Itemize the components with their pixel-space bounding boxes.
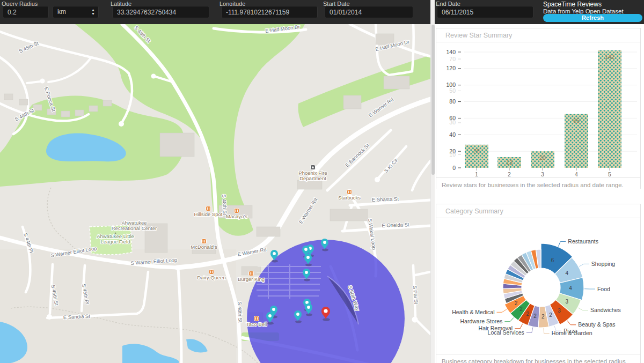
poi-label: League Field (101, 239, 130, 245)
restaurant-icon (254, 316, 259, 321)
category-donut-chart: 6Restaurants4Shopping4Food3Sandwiches3Be… (436, 217, 641, 354)
slice-value-label: 2 (519, 306, 523, 312)
review-star-summary-caption: Review stars for businesses in the selec… (436, 177, 640, 189)
scrollbar-thumb[interactable] (431, 25, 435, 175)
street-label: E Oneida St (382, 221, 409, 228)
slice-value-label: 2 (549, 312, 552, 318)
slice-value-label: 4 (569, 285, 572, 291)
category-summary-card: Category Summary 6Restaurants4Shopping4F… (436, 204, 641, 363)
y-axis-ghost-tick: 70 (449, 56, 456, 62)
y-axis-tick: 0 (452, 165, 456, 171)
review-star-summary-card: Review Star Summary 02040608010012014010… (436, 28, 641, 189)
slice-callout-label: Hair Removal (479, 325, 513, 331)
category-summary-caption: Business category breakdown for business… (436, 354, 640, 363)
slice-callout-label: Shopping (591, 261, 616, 267)
restaurant-icon (235, 209, 239, 213)
x-axis-tick: 3 (541, 171, 544, 177)
slice-value-label: 2 (515, 300, 518, 306)
slice-value-label: 3 (558, 308, 561, 314)
bar-value-label: 20 (539, 154, 546, 161)
y-axis-tick: 120 (446, 65, 456, 71)
start-date-input[interactable] (325, 6, 413, 18)
page-scrollbar[interactable] (430, 0, 435, 363)
end-date-input[interactable] (437, 6, 533, 18)
app-title: SpaceTime Reviews (543, 1, 602, 8)
restaurant-icon (206, 206, 211, 211)
x-axis-tick: 5 (608, 171, 611, 177)
slice-value-label: 4 (565, 270, 568, 276)
y-axis-ghost-tick: 50 (449, 87, 456, 94)
spacetime-reviews-app: S 45th StE Ponca StS 44th StS 48th StE H… (0, 0, 644, 363)
restaurant-icon (347, 190, 352, 195)
poi-label: Hillside Spot (194, 211, 223, 217)
refresh-button[interactable]: Refresh (543, 14, 642, 22)
bar-value-label: 65 (573, 117, 580, 124)
y-axis-ghost-tick: 10 (449, 151, 456, 158)
select-arrows-icon: ▲▼ (91, 8, 95, 16)
poi-label: Taco Bell (246, 321, 267, 327)
slice-callout-label: Beauty & Spas (578, 321, 615, 328)
unit-select-value: km (57, 8, 66, 16)
slice-callout-label: Sandwiches (590, 307, 621, 313)
review-star-bar-chart: 0204060801001201401030507028113220365414… (436, 40, 641, 177)
slice-value-label: 6 (551, 257, 554, 263)
slice-value-label: 2 (533, 313, 537, 319)
poi-label: Dairy Queen (197, 275, 225, 280)
query-toolbar: Query Radius km ▲▼ Latitude Longitude St… (0, 0, 644, 24)
slice-value-label: 2 (526, 311, 529, 317)
map[interactable]: S 45th StE Ponca StS 44th StS 48th StE H… (0, 24, 430, 363)
poi-label: Burger King (238, 276, 265, 282)
x-axis-tick: 4 (575, 171, 578, 177)
y-axis-tick: 40 (449, 131, 456, 138)
poi-label: Starbucks (338, 195, 361, 201)
map-canvas[interactable]: S 45th StE Ponca StS 44th StS 48th StE H… (0, 24, 430, 363)
bar-value-label: 13 (506, 159, 513, 166)
slice-callout-label: Food (597, 286, 610, 292)
street-label: S 48th St (237, 301, 243, 323)
bar-stars-5[interactable] (598, 50, 621, 168)
restaurant-icon (249, 271, 254, 276)
poi-label: Macayo's (226, 213, 247, 219)
slice-callout-label: Health & Medical (452, 309, 494, 315)
y-axis-tick: 140 (446, 49, 456, 55)
bar-value-label: 28 (473, 148, 480, 154)
slice-callout-label: Restaurants (568, 238, 598, 245)
charts-panel: Review Star Summary 02040608010012014010… (435, 24, 644, 363)
restaurant-icon (209, 270, 214, 275)
poi-label: Recreational Center (112, 225, 157, 231)
longitude-input[interactable] (221, 6, 318, 18)
slice-callout-label: Hardware Stores (460, 318, 503, 324)
poi-label: Department (299, 175, 326, 181)
unit-select[interactable]: km ▲▼ (53, 6, 99, 18)
slice-value-label: 3 (565, 299, 568, 305)
x-axis-tick: 2 (508, 171, 511, 177)
fire-station-icon (311, 165, 316, 170)
restaurant-icon (202, 239, 207, 244)
latitude-input[interactable] (112, 6, 209, 18)
slice-callout-label: Home & Garden (552, 330, 592, 336)
y-axis-ghost-tick: 30 (449, 119, 456, 125)
category-summary-title: Category Summary (436, 204, 640, 218)
query-radius-input[interactable] (3, 6, 49, 18)
street-label: E Shasta St (372, 196, 399, 203)
x-axis-tick: 1 (475, 171, 478, 177)
slice-value-label: 2 (541, 314, 545, 320)
poi-label: McDonald's (191, 244, 217, 250)
bar-value-label: 142 (605, 54, 614, 60)
y-axis-tick: 80 (449, 98, 456, 105)
